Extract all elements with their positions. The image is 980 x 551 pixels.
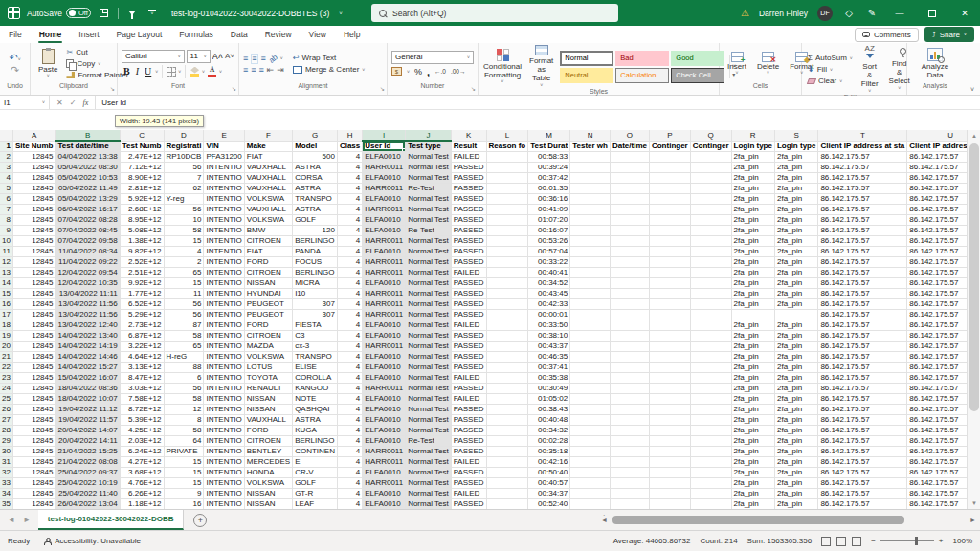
cell-T28[interactable]: 86.142.175.57 bbox=[818, 425, 907, 435]
cell-T6[interactable]: 86.142.175.57 bbox=[818, 193, 907, 204]
cell-N6[interactable] bbox=[570, 193, 611, 204]
row-header-11[interactable]: 11 bbox=[0, 246, 12, 256]
title-chevron-icon[interactable]: ˅ bbox=[339, 11, 343, 16]
cell-style-calculation[interactable]: Calculation bbox=[615, 68, 669, 83]
cell-K10[interactable]: PASSED bbox=[451, 235, 486, 246]
cell-F13[interactable]: CITROEN bbox=[244, 267, 292, 277]
cell-S31[interactable]: 2fa_pin bbox=[774, 456, 817, 467]
row-header-21[interactable]: 21 bbox=[0, 351, 12, 362]
cell-L16[interactable] bbox=[486, 298, 528, 309]
cell-S14[interactable]: 2fa_pin bbox=[774, 277, 817, 288]
cell-S28[interactable]: 2fa_pin bbox=[774, 425, 817, 435]
row-header-34[interactable]: 34 bbox=[0, 488, 12, 498]
align-bottom-icon[interactable]: ≡ bbox=[261, 55, 266, 63]
cell-P6[interactable] bbox=[649, 193, 690, 204]
cell-A21[interactable]: 12845 bbox=[12, 351, 56, 362]
cell-S32[interactable]: 2fa_pin bbox=[774, 467, 817, 477]
cell-L6[interactable] bbox=[486, 193, 528, 204]
cell-R13[interactable]: 2fa_pin bbox=[731, 267, 774, 277]
cell-style-good[interactable]: Good bbox=[671, 51, 724, 66]
cell-K27[interactable]: PASSED bbox=[451, 414, 486, 425]
cell-G26[interactable]: QASHQAI bbox=[293, 404, 338, 414]
cell-S3[interactable]: 2fa_pin bbox=[774, 162, 817, 172]
cell-E29[interactable]: INTENTIO bbox=[204, 435, 244, 446]
cell-L10[interactable] bbox=[486, 235, 528, 246]
cell-J27[interactable]: Normal Test bbox=[406, 414, 452, 425]
row-header-23[interactable]: 23 bbox=[0, 372, 12, 383]
zoom-thumb[interactable] bbox=[915, 537, 918, 545]
tab-help[interactable]: Help bbox=[335, 26, 368, 43]
sheet-nav-left-icon[interactable]: ◄ bbox=[8, 516, 15, 524]
cell-H27[interactable]: 4 bbox=[337, 414, 362, 425]
cell-G8[interactable]: GOLF bbox=[293, 214, 338, 225]
cell-I15[interactable]: HARR0011 bbox=[363, 288, 406, 298]
cell-H19[interactable]: 4 bbox=[337, 330, 362, 341]
cell-M12[interactable]: 00:33:22 bbox=[528, 256, 570, 267]
cell-D12[interactable]: 2 bbox=[164, 256, 204, 267]
scroll-down-icon[interactable]: ▼ bbox=[968, 497, 980, 509]
cell-P18[interactable] bbox=[649, 320, 690, 330]
cell-T21[interactable]: 86.142.175.57 bbox=[818, 351, 907, 362]
cell-K3[interactable]: PASSED bbox=[451, 162, 486, 172]
row-header-10[interactable]: 10 bbox=[0, 235, 12, 246]
cell-B8[interactable]: 07/04/2022 08:28 bbox=[56, 214, 120, 225]
cell-G12[interactable]: FOCUS bbox=[293, 256, 338, 267]
cell-G4[interactable]: CORSA bbox=[293, 172, 338, 183]
cell-L14[interactable] bbox=[486, 277, 528, 288]
cell-S20[interactable]: 2fa_pin bbox=[774, 341, 817, 351]
row-header-25[interactable]: 25 bbox=[0, 393, 12, 404]
fill-button[interactable]: ⬇Fill˅ bbox=[806, 64, 855, 75]
cell-C18[interactable]: 2.73E+12 bbox=[120, 320, 164, 330]
align-top-icon[interactable]: ≡ bbox=[243, 55, 248, 63]
bold-button[interactable]: B bbox=[122, 66, 132, 77]
cell-D22[interactable]: 88 bbox=[164, 362, 204, 372]
scroll-right-icon[interactable]: ► bbox=[969, 517, 976, 523]
cell-D19[interactable]: 58 bbox=[164, 330, 204, 341]
cell-N34[interactable] bbox=[570, 488, 611, 498]
cell-J23[interactable]: Normal Test bbox=[406, 372, 452, 383]
cell-I12[interactable]: HARR0011 bbox=[363, 256, 406, 267]
cell-D24[interactable]: 56 bbox=[164, 383, 204, 393]
cell-G34[interactable]: GT-R bbox=[293, 488, 338, 498]
cell-A13[interactable]: 12845 bbox=[12, 267, 56, 277]
cell-A29[interactable]: 12845 bbox=[12, 435, 56, 446]
cell-M5[interactable]: 00:01:35 bbox=[528, 183, 570, 193]
cell-K19[interactable]: PASSED bbox=[451, 330, 486, 341]
cell-P24[interactable] bbox=[649, 383, 690, 393]
cell-I33[interactable]: HARR0011 bbox=[363, 477, 406, 488]
cell-M16[interactable]: 00:42:33 bbox=[528, 298, 570, 309]
cell-N4[interactable] bbox=[570, 172, 611, 183]
cell-E18[interactable]: INTENTIO bbox=[204, 320, 244, 330]
cell-P21[interactable] bbox=[649, 351, 690, 362]
cell-A9[interactable]: 12845 bbox=[12, 225, 56, 235]
row-header-27[interactable]: 27 bbox=[0, 414, 12, 425]
cell-K21[interactable]: PASSED bbox=[451, 351, 486, 362]
cell-K30[interactable]: PASSED bbox=[451, 446, 486, 456]
cell-K5[interactable]: PASSED bbox=[451, 183, 486, 193]
cell-G31[interactable]: E bbox=[293, 456, 338, 467]
cell-M1[interactable]: Test Durat bbox=[528, 141, 570, 151]
cell-I23[interactable]: ELFA0010 bbox=[363, 372, 406, 383]
cell-L7[interactable] bbox=[486, 204, 528, 214]
cell-O11[interactable] bbox=[610, 246, 649, 256]
cell-M29[interactable]: 00:02:28 bbox=[528, 435, 570, 446]
cell-E4[interactable]: INTENTIO bbox=[204, 172, 244, 183]
cell-N10[interactable] bbox=[570, 235, 611, 246]
cell-P19[interactable] bbox=[649, 330, 690, 341]
cell-Q23[interactable] bbox=[690, 372, 731, 383]
cell-B35[interactable]: 26/04/2022 13:04 bbox=[56, 498, 120, 509]
cell-L31[interactable] bbox=[486, 456, 528, 467]
paste-button[interactable]: Paste˅ bbox=[34, 49, 61, 79]
cell-E24[interactable]: INTENTIO bbox=[204, 383, 244, 393]
cell-O19[interactable] bbox=[610, 330, 649, 341]
cell-L4[interactable] bbox=[486, 172, 528, 183]
cell-B21[interactable]: 14/04/2022 14:46 bbox=[56, 351, 120, 362]
cell-T34[interactable]: 86.142.175.57 bbox=[818, 488, 907, 498]
row-header-17[interactable]: 17 bbox=[0, 309, 12, 320]
zoom-level[interactable]: 100% bbox=[953, 537, 972, 545]
cell-P23[interactable] bbox=[649, 372, 690, 383]
warning-icon[interactable]: ⚠ bbox=[741, 8, 749, 18]
cell-P10[interactable] bbox=[649, 235, 690, 246]
cell-R22[interactable]: 2fa_pin bbox=[731, 362, 774, 372]
column-header-S[interactable]: S bbox=[774, 130, 817, 141]
